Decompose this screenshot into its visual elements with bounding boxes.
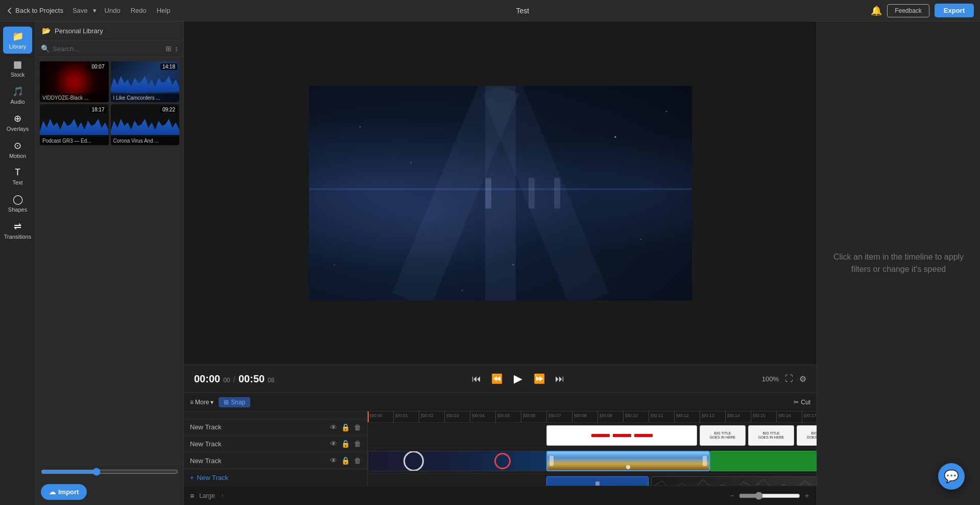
clip-big-title-1[interactable]: BIG TITLEGOES IN HERE [700,425,746,446]
rewind-button[interactable]: ⏪ [489,371,505,386]
track-lock-2[interactable]: 🔒 [341,440,350,448]
fast-forward-button[interactable]: ⏩ [532,371,547,386]
track-label-1: New Track 👁 🔒 🗑 [184,419,367,436]
snap-button[interactable]: ⊞ Snap [219,397,250,407]
clip-big-title-3[interactable]: BIG TITLEGOES IN HERE [797,425,817,446]
clip-beach-video[interactable] [546,451,710,471]
sidebar-item-shapes[interactable]: ◯ Shapes [0,190,35,217]
sidebar: 📁 Library ▦ Stock 🎵 Audio ⊕ Overlays ⊙ M… [0,21,36,505]
new-track-button[interactable]: + New Track [184,469,367,486]
clip-audio-2[interactable] [651,476,817,486]
track-row-1: BIG TITLEGOES IN HERE BIG TITLEGOES IN H… [368,423,817,448]
cut-button[interactable]: ✂ Cut [794,399,810,406]
chat-icon: 💬 [944,469,959,484]
import-button[interactable]: ☁ Import [41,484,87,500]
media-item-4[interactable]: 09:22 Corona Virus And ... [111,104,180,145]
track-name-2: New Track [190,440,221,448]
track-delete-3[interactable]: 🗑 [354,456,361,465]
media-item-2[interactable]: 14:18 I Like Camcorders ... [111,61,180,102]
filter-button[interactable]: ⊞ [165,44,172,53]
track-visibility-2[interactable]: 👁 [330,440,337,448]
layers-button[interactable]: ≡ [190,492,194,500]
svg-point-8 [411,162,412,163]
size-sort-icon: ↑ [221,493,224,498]
clip-audio-1[interactable] [546,476,649,486]
bottom-zoom: － ＋ [729,491,810,500]
skip-to-end-button[interactable]: ⏭ [553,372,566,386]
size-label: Large [199,492,215,499]
track-delete-1[interactable]: 🗑 [354,423,361,431]
back-to-projects-button[interactable]: Back to Projects [6,7,63,14]
video-preview [184,21,817,364]
save-caret-button[interactable]: ▾ [91,5,99,16]
zoom-in-button[interactable]: ＋ [803,491,810,500]
sidebar-item-overlays[interactable]: ⊕ Overlays [0,109,35,136]
more-button[interactable]: ≡ More ▾ [190,399,213,406]
track-visibility-1[interactable]: 👁 [330,423,337,431]
help-button[interactable]: Help [153,5,175,16]
playback-settings-button[interactable]: ⚙ [799,374,806,384]
svg-rect-3 [309,188,692,190]
clip-handle-right[interactable] [703,456,707,466]
svg-point-11 [334,264,335,265]
total-time: 00:50 [238,373,265,385]
ruler-marks: |00:00 |00:01 |00:02 |00:03 |00:04 |00:0… [368,411,817,422]
skip-to-start-button[interactable]: ⏮ [470,372,483,386]
redo-button[interactable]: Redo [127,5,151,16]
ruler-tick-0: |00:00 [368,411,393,422]
sidebar-item-motion[interactable]: ⊙ Motion [0,136,35,163]
clip-markers [626,465,630,469]
notifications-button[interactable]: 🔔 [871,5,882,16]
thumbnail-size-slider[interactable] [41,468,178,476]
clip-big-title-2[interactable]: BIG TITLEGOES IN HERE [748,425,794,446]
clip-overlay-1[interactable] [368,451,546,471]
media-item-1[interactable]: 00:07 VIDDYOZE-Black ... [40,61,109,102]
track-name-1: New Track [190,423,221,431]
sidebar-item-audio[interactable]: 🎵 Audio [0,82,35,109]
zoom-out-button[interactable]: － [729,491,736,500]
new-track-label: New Track [197,474,228,481]
clip-green-extension[interactable] [710,451,817,471]
shapes-icon: ◯ [13,194,23,205]
library-footer: ☁ Import [36,464,183,505]
ruler-tick-11: |00:11 [649,411,674,422]
track-label-3: New Track 👁 🔒 🗑 [184,452,367,469]
waveform-3 [40,117,109,135]
time-separator: / [233,375,235,384]
sidebar-item-transitions[interactable]: ⇌ Transitions [0,217,35,244]
sort-button[interactable]: ↕ [175,44,178,53]
playback-bar: 00:00 00 / 00:50 08 ⏮ ⏪ ▶ ⏩ ⏭ 100% ⛶ ⚙ [184,364,817,393]
playback-right: 100% ⛶ ⚙ [762,374,806,384]
library-icon: 📁 [12,31,23,42]
timeline-playhead[interactable] [368,411,369,422]
media-duration-4: 09:22 [160,106,177,113]
media-item-3[interactable]: 18:17 Podcast GR3 — Ed... [40,104,109,145]
title-bar-3 [634,434,653,437]
sidebar-item-label-text: Text [12,179,22,186]
undo-button[interactable]: Undo [101,5,125,16]
export-button[interactable]: Export [935,4,974,17]
track-lock-3[interactable]: 🔒 [341,456,350,465]
scissors-icon: ✂ [794,399,799,406]
track-lock-1[interactable]: 🔒 [341,423,350,431]
save-button[interactable]: Save [69,5,91,16]
chat-bubble-button[interactable]: 💬 [938,463,965,490]
library-grid: 00:07 VIDDYOZE-Black ... 14:18 I Like Ca… [36,57,183,149]
clip-handle-left[interactable] [549,456,554,466]
feedback-button[interactable]: Feedback [887,4,929,17]
center-area: 00:00 00 / 00:50 08 ⏮ ⏪ ▶ ⏩ ⏭ 100% ⛶ ⚙ [184,21,817,505]
media-title-4: Corona Virus And ... [111,136,180,145]
svg-rect-5 [529,178,535,209]
sidebar-item-label-overlays: Overlays [7,126,29,132]
timeline-zoom-slider[interactable] [739,492,800,500]
track-controls-1: 👁 🔒 🗑 [330,423,361,431]
sidebar-item-text[interactable]: T Text [0,163,35,190]
track-visibility-3[interactable]: 👁 [330,456,337,465]
fullscreen-button[interactable]: ⛶ [785,374,793,383]
play-pause-button[interactable]: ▶ [511,369,525,388]
search-input[interactable] [53,45,162,53]
sidebar-item-library[interactable]: 📁 Library [3,27,32,54]
clip-title-track-1[interactable] [546,425,697,446]
track-delete-2[interactable]: 🗑 [354,440,361,448]
sidebar-item-stock[interactable]: ▦ Stock [0,55,35,82]
